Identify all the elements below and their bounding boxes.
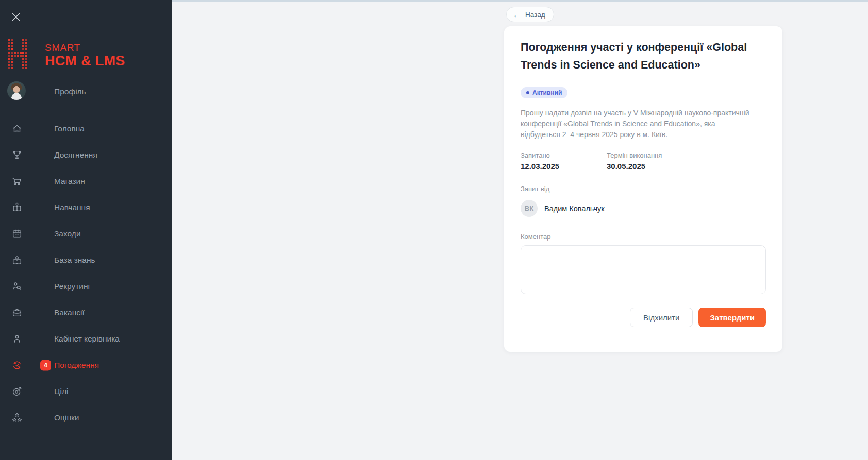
back-arrow-icon: ←	[513, 11, 521, 19]
comment-label: Коментар	[521, 233, 766, 241]
sidebar-item-achievements[interactable]: Досягнення	[0, 142, 172, 168]
requested-date-block: Запитано 12.03.2025	[521, 151, 607, 171]
reject-button[interactable]: Відхилити	[630, 308, 693, 327]
status-label: Активний	[532, 89, 562, 96]
status-badge: Активний	[521, 87, 567, 98]
approvals-count-badge: 4	[40, 360, 51, 370]
comment-input[interactable]	[521, 245, 766, 294]
sidebar: SMART HCM & LMS Профіль Головна Досягнен…	[0, 0, 172, 460]
logo-h-icon	[8, 39, 27, 71]
sync-check-icon	[11, 360, 23, 371]
person-icon	[11, 333, 23, 345]
cart-icon	[11, 176, 23, 187]
request-from-label: Запит від	[521, 185, 766, 193]
person-search-icon	[11, 281, 23, 292]
requester-avatar: ВК	[521, 200, 538, 217]
logo-text-smart: SMART	[45, 42, 125, 54]
sidebar-item-learning[interactable]: Навчання	[0, 194, 172, 220]
trophy-icon	[11, 149, 23, 161]
back-button-label: Назад	[525, 11, 545, 19]
page-title: Погодження участі у конференції «Global …	[521, 39, 766, 74]
app-logo: SMART HCM & LMS	[8, 39, 125, 71]
requested-date-value: 12.03.2025	[521, 162, 607, 171]
requester-name: Вадим Ковальчук	[544, 205, 605, 213]
top-edge-strip	[172, 0, 868, 2]
dates-row: Запитано 12.03.2025 Термін виконання 30.…	[521, 151, 766, 171]
sidebar-item-knowledge-base[interactable]: База знань	[0, 247, 172, 273]
sidebar-item-shop[interactable]: Магазин	[0, 168, 172, 194]
sidebar-item-main[interactable]: Головна	[0, 115, 172, 142]
sidebar-item-manager-office[interactable]: Кабінет керівника	[0, 326, 172, 352]
actions-row: Відхилити Затвердити	[521, 308, 766, 327]
logo-text-hcm-lms: HCM & LMS	[45, 54, 125, 68]
sidebar-item-goals[interactable]: Цілі	[0, 378, 172, 404]
knowledge-book-icon	[11, 254, 23, 266]
sidebar-item-events[interactable]: Заходи	[0, 220, 172, 247]
sidebar-item-ratings[interactable]: Оцінки	[0, 404, 172, 431]
sidebar-nav: Головна Досягнення Магазин Навчання Захо	[0, 115, 172, 431]
back-button[interactable]: ← Назад	[506, 7, 554, 22]
requested-label: Запитано	[521, 151, 607, 159]
due-date-block: Термін виконання 30.05.2025	[607, 151, 693, 171]
calendar-icon	[11, 228, 23, 240]
sidebar-item-vacancies[interactable]: Вакансії	[0, 299, 172, 326]
briefcase-icon	[11, 307, 23, 318]
stars-icon	[11, 412, 23, 423]
home-icon	[11, 123, 23, 134]
requester-row: ВК Вадим Ковальчук	[521, 200, 766, 217]
request-description: Прошу надати дозвіл на участь у V Міжнар…	[521, 108, 754, 140]
approve-button[interactable]: Затвердити	[698, 308, 766, 327]
due-label: Термін виконання	[607, 151, 693, 159]
approval-card: Погодження участі у конференції «Global …	[504, 26, 782, 352]
sidebar-item-approvals[interactable]: 4 Погодження	[0, 352, 172, 378]
close-icon[interactable]	[10, 11, 22, 23]
sidebar-item-profile[interactable]: Профіль	[0, 81, 172, 102]
target-icon	[11, 386, 23, 397]
avatar	[7, 81, 26, 100]
status-dot-icon	[526, 91, 529, 94]
sidebar-item-recruiting[interactable]: Рекрутинг	[0, 273, 172, 299]
open-book-icon	[11, 202, 23, 213]
sidebar-item-label: Профіль	[54, 87, 86, 96]
due-date-value: 30.05.2025	[607, 162, 693, 171]
